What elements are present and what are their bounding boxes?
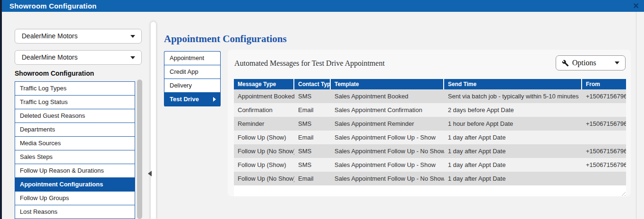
cell-from	[582, 103, 626, 117]
wrench-icon	[562, 60, 569, 67]
panel-divider[interactable]	[150, 21, 156, 219]
arrow-right-icon	[213, 97, 216, 102]
collapse-left-icon[interactable]	[148, 171, 152, 176]
cell-message-type: Reminder	[234, 117, 294, 131]
cell-send-time: 1 day after Appt Date	[444, 172, 582, 185]
sidebar-item-deleted-guest-reasons[interactable]: Deleted Guest Reasons	[15, 109, 135, 123]
cell-send-time: 2 days before Appt Date	[444, 103, 582, 117]
tab-delivery[interactable]: Delivery	[164, 79, 220, 93]
page-scrollbar-track[interactable]	[636, 12, 636, 219]
cell-send-time: 1 day after Appt Date	[444, 158, 582, 172]
close-icon[interactable]: ✕	[633, 0, 639, 12]
sidebar-item-appointment-configurations[interactable]: Appointment Configurations	[15, 178, 135, 192]
table-row[interactable]: Confirmation Email Sales Appointment Con…	[234, 103, 626, 117]
tab-test-drive[interactable]: Test Drive	[164, 93, 220, 106]
sidebar-item-departments[interactable]: Departments	[15, 123, 135, 137]
tab-label: Credit App	[170, 68, 198, 75]
cell-template: Sales Appointment Follow Up - No Show	[331, 144, 444, 158]
cell-message-type: Follow Up (No Show)	[234, 172, 294, 185]
options-button-label: Options	[572, 59, 596, 67]
cell-from	[582, 131, 626, 144]
caret-down-icon	[615, 61, 619, 64]
cell-send-time: Sent via batch job - typically within 5-…	[444, 89, 582, 103]
resize-grip-icon[interactable]	[620, 190, 626, 196]
cell-from: +15067156796	[582, 158, 626, 172]
cell-message-type: Follow Up (Show)	[234, 131, 294, 144]
cell-from	[582, 172, 626, 185]
underlying-window-edge	[0, 0, 2, 219]
cell-template: Sales Appointment Follow Up - Show	[331, 131, 444, 144]
dealer-select-2[interactable]: DealerMine Motors	[15, 50, 142, 65]
table-body: Appointment Booked SMS Sales Appointment…	[234, 89, 626, 185]
cell-message-type: Follow Up (Show)	[234, 158, 294, 172]
sidebar-item-follow-up-groups[interactable]: Follow Up Groups	[15, 192, 135, 205]
cell-message-type: Follow Up (No Show)	[234, 144, 294, 158]
appointment-messages-panel: Automated Messages for Test Drive Appoin…	[228, 50, 631, 196]
sidebar-item-sales-steps[interactable]: Sales Steps	[15, 150, 135, 164]
tab-label: Delivery	[170, 82, 192, 89]
sidebar-scrollbar[interactable]	[137, 79, 142, 219]
sidebar-item-traffic-log-types[interactable]: Traffic Log Types	[15, 82, 135, 96]
cell-send-time: 1 day after Appt Date	[444, 144, 582, 158]
col-header-message-type[interactable]: Message Type	[234, 79, 294, 89]
col-header-from[interactable]: From	[582, 79, 626, 89]
table-row[interactable]: Reminder SMS Sales Appointment Reminder …	[234, 117, 626, 131]
tab-label: Test Drive	[170, 96, 199, 103]
cell-template: Sales Appointment Confirmation	[331, 103, 444, 117]
dealer-select-1-value: DealerMine Motors	[22, 32, 77, 40]
sidebar-heading: Showroom Configuration	[15, 70, 94, 77]
table-row[interactable]: Appointment Booked SMS Sales Appointment…	[234, 89, 626, 103]
cell-contact-type: SMS	[294, 144, 331, 158]
config-tabs: Appointment Credit App Delivery Test Dri…	[164, 51, 221, 106]
panel-heading: Automated Messages for Test Drive Appoin…	[234, 59, 385, 68]
cell-message-type: Appointment Booked	[234, 89, 294, 103]
dealer-select-1[interactable]: DealerMine Motors	[15, 29, 142, 44]
page-title: Appointment Configurations	[164, 33, 287, 45]
sidebar-item-traffic-log-status[interactable]: Traffic Log Status	[15, 96, 135, 109]
sidebar-item-follow-up-reason-durations[interactable]: Follow Up Reason & Durations	[15, 164, 135, 178]
cell-from: +15067156796	[582, 89, 626, 103]
cell-template: Sales Appointment Reminder	[331, 117, 444, 131]
table-row[interactable]: Follow Up (No Show) SMS Sales Appointmen…	[234, 144, 626, 158]
dealer-select-2-value: DealerMine Motors	[22, 53, 77, 61]
cell-message-type: Confirmation	[234, 103, 294, 117]
cell-template: Sales Appointment Follow Up - Show	[331, 158, 444, 172]
cell-send-time: 1 day after Appt Date	[444, 131, 582, 144]
cell-contact-type: SMS	[294, 89, 331, 103]
cell-contact-type: Email	[294, 172, 331, 185]
cell-contact-type: Email	[294, 131, 331, 144]
title-bar: Showroom Configuration ✕	[0, 0, 644, 12]
col-header-template[interactable]: Template	[331, 79, 444, 89]
col-header-send-time[interactable]: Send Time	[444, 79, 582, 89]
cell-contact-type: Email	[294, 103, 331, 117]
cell-template: Sales Appointment Booked	[331, 89, 444, 103]
table-row[interactable]: Follow Up (No Show) Email Sales Appointm…	[234, 172, 626, 185]
window-title: Showroom Configuration	[9, 0, 96, 12]
cell-send-time: 1 hour before Appt Date	[444, 117, 582, 131]
caret-down-icon	[130, 56, 135, 59]
tab-appointment[interactable]: Appointment	[164, 52, 220, 65]
sidebar-item-media-sources[interactable]: Media Sources	[15, 137, 135, 150]
tab-label: Appointment	[170, 54, 204, 61]
col-header-contact-type[interactable]: Contact Type	[294, 79, 331, 89]
table-row[interactable]: Follow Up (Show) SMS Sales Appointment F…	[234, 158, 626, 172]
messages-table: Message Type Contact Type Template Send …	[234, 79, 626, 196]
cell-contact-type: SMS	[294, 117, 331, 131]
sidebar-item-lost-reasons[interactable]: Lost Reasons	[15, 205, 135, 219]
config-list: Traffic Log Types Traffic Log Status Del…	[15, 81, 135, 219]
caret-down-icon	[130, 35, 135, 38]
table-header-row: Message Type Contact Type Template Send …	[234, 79, 626, 89]
cell-template: Sales Appointment Follow Up - No Show	[331, 172, 444, 185]
cell-contact-type: SMS	[294, 158, 331, 172]
options-button[interactable]: Options	[556, 55, 626, 70]
cell-from: +15067156796	[582, 117, 626, 131]
tab-credit-app[interactable]: Credit App	[164, 65, 220, 79]
cell-from: +15067156796	[582, 144, 626, 158]
table-row[interactable]: Follow Up (Show) Email Sales Appointment…	[234, 131, 626, 144]
